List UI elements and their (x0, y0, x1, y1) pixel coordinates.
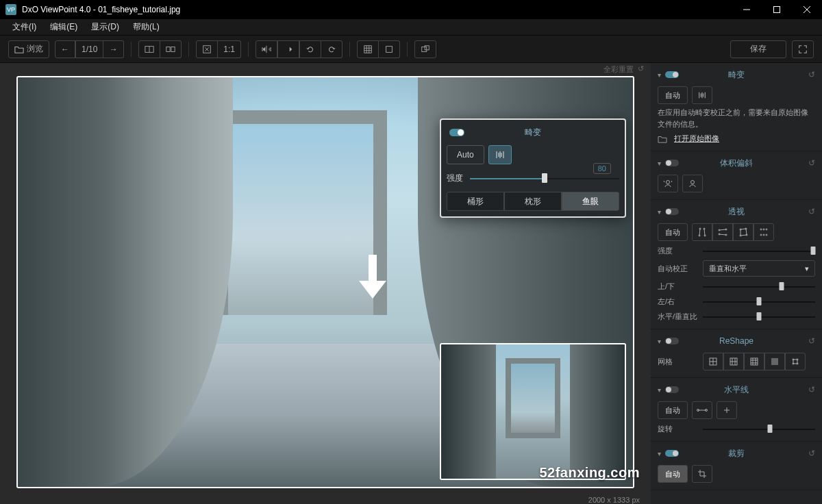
svg-point-48 (760, 234, 762, 236)
grid-custom-button[interactable] (785, 353, 806, 370)
flip-v-button[interactable] (277, 40, 299, 58)
svg-line-37 (719, 234, 726, 235)
window-title: DxO ViewPoint 4.0 - 01_fisheye_tutorial.… (22, 5, 732, 14)
section-perspective: ▾ 透视 ↺ 自动 强度 自动校正 垂直和水平▾ (651, 200, 822, 329)
next-page-button[interactable]: → (103, 40, 124, 58)
chevron-down-icon[interactable]: ▾ (658, 71, 661, 79)
leftright-slider[interactable] (703, 296, 815, 307)
distortion-toggle[interactable] (665, 71, 679, 78)
loupe-button[interactable] (414, 40, 436, 58)
crop-toggle[interactable] (665, 450, 679, 457)
menu-view[interactable]: 显示(D) (84, 19, 126, 35)
crop-manual-button[interactable] (692, 465, 712, 483)
save-button[interactable]: 保存 (730, 40, 786, 58)
svg-point-49 (766, 234, 767, 236)
prev-page-button[interactable]: ← (55, 40, 75, 58)
tab-pincushion[interactable]: 枕形 (504, 192, 562, 211)
svg-rect-6 (166, 47, 170, 51)
zoom-100-button[interactable]: 1:1 (218, 40, 241, 58)
volume-toggle[interactable] (665, 160, 679, 166)
reset-icon[interactable]: ↺ (808, 449, 815, 458)
volume-mode2-button[interactable] (682, 175, 703, 192)
perspective-auto-button[interactable]: 自动 (658, 223, 688, 241)
updown-slider[interactable] (703, 281, 815, 292)
chevron-down-icon[interactable]: ▾ (658, 450, 661, 457)
horizon-toggle[interactable] (665, 386, 679, 393)
section-horizon: ▾ 水平线 ↺ 自动 旋转 (651, 378, 822, 442)
menu-help[interactable]: 帮助(L) (126, 19, 166, 35)
reset-icon[interactable]: ↺ (808, 158, 815, 168)
page-nav: ← 1/10 → (55, 40, 124, 58)
auto-correct-select[interactable]: 垂直和水平▾ (703, 260, 815, 277)
reset-icon[interactable]: ↺ (808, 385, 815, 394)
chevron-down-icon[interactable]: ▾ (658, 160, 661, 167)
chevron-down-icon[interactable]: ▾ (658, 338, 661, 345)
section-title: 水平线 (724, 384, 749, 396)
svg-line-36 (719, 229, 726, 230)
chevron-down-icon[interactable]: ▾ (658, 208, 661, 216)
popup-title: 畸变 (525, 127, 541, 138)
intensity-slider[interactable]: 80 (470, 171, 619, 185)
chevron-down-icon[interactable]: ▾ (658, 386, 661, 394)
crop-auto-button[interactable]: 自动 (658, 465, 688, 483)
compare-split-button[interactable] (138, 40, 160, 58)
horizon-vertical-button[interactable] (717, 401, 737, 419)
fullscreen-button[interactable] (792, 40, 814, 58)
reshape-toggle[interactable] (665, 338, 679, 344)
reset-all-label[interactable]: 全彩重置 (603, 64, 634, 75)
grid-label: 网格 (658, 357, 699, 367)
perspective-horizontal-button[interactable] (712, 223, 733, 241)
result-preview (440, 343, 626, 480)
perspective-vertical-button[interactable] (692, 223, 712, 241)
menubar: 文件(I) 编辑(E) 显示(D) 帮助(L) (0, 19, 822, 36)
browse-button[interactable]: 浏览 (8, 40, 49, 58)
image-dimensions: 2000 x 1333 px (588, 496, 640, 504)
reset-icon[interactable]: ↺ (808, 336, 815, 346)
perspective-toggle[interactable] (665, 208, 679, 215)
flip-h-button[interactable] (256, 40, 277, 58)
tab-fisheye[interactable]: 鱼眼 (562, 192, 619, 211)
section-crop: ▾ 裁剪 ↺ 自动 (651, 442, 822, 490)
tab-barrel[interactable]: 桶形 (447, 192, 504, 211)
perspective-intensity-slider[interactable] (703, 245, 815, 256)
perspective-rectangle-button[interactable] (733, 223, 754, 241)
right-panel: ▾ 畸变 ↺ 自动 在应用自动畸变校正之前，需要来自原始图像文件的信息。 打开原… (651, 63, 822, 504)
popup-toggle[interactable] (449, 129, 464, 136)
rotate-ccw-button[interactable] (299, 40, 321, 58)
rotate-slider[interactable] (703, 423, 815, 434)
grid-5-button[interactable] (723, 353, 744, 370)
section-title: 透视 (728, 206, 745, 218)
popup-auto-button[interactable]: Auto (447, 145, 484, 164)
volume-mode1-button[interactable] (658, 175, 678, 192)
reset-icon[interactable]: ↺ (808, 70, 815, 79)
intensity-label: 强度 (658, 246, 699, 256)
crop-overlay-button[interactable] (379, 40, 400, 58)
canvas-area: 全彩重置 ↺ 畸变 Auto (0, 63, 651, 504)
grid-7-button[interactable] (744, 353, 764, 370)
minimize-button[interactable] (732, 0, 762, 19)
menu-edit[interactable]: 编辑(E) (43, 19, 84, 35)
distortion-manual-button[interactable] (692, 86, 712, 104)
close-button[interactable] (792, 0, 822, 19)
page-indicator: 1/10 (75, 40, 103, 58)
section-title: 畸变 (728, 69, 745, 81)
perspective-8point-button[interactable] (754, 223, 774, 241)
rotate-cw-button[interactable] (321, 40, 342, 58)
fit-button[interactable] (196, 40, 218, 58)
open-original-link[interactable]: 打开原始图像 (674, 134, 719, 144)
distortion-auto-button[interactable]: 自动 (658, 86, 688, 104)
grid-3-button[interactable] (703, 353, 723, 370)
horizon-auto-button[interactable]: 自动 (658, 401, 688, 419)
reset-icon[interactable]: ↺ (808, 207, 815, 216)
menu-file[interactable]: 文件(I) (5, 19, 43, 35)
horizon-level-button[interactable] (692, 401, 712, 419)
maximize-button[interactable] (762, 0, 792, 19)
section-title: ReShape (719, 336, 754, 346)
ratio-slider[interactable] (703, 311, 815, 322)
popup-manual-button[interactable] (488, 145, 512, 164)
compare-side-button[interactable] (160, 40, 182, 58)
grid-dense-button[interactable] (764, 353, 785, 370)
svg-point-28 (667, 181, 670, 184)
image-preview[interactable]: 畸变 Auto 强度 80 (16, 76, 634, 488)
grid-button[interactable] (357, 40, 379, 58)
